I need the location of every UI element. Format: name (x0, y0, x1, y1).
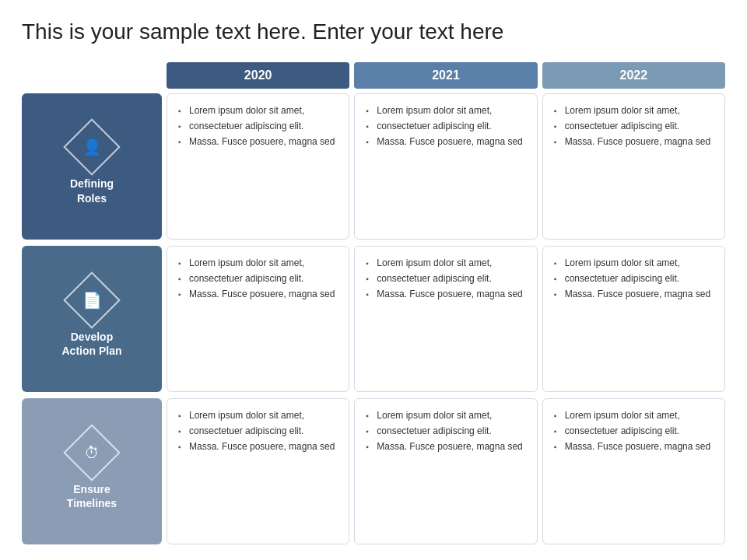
list-item: Lorem ipsum dolor sit amet, (366, 408, 525, 422)
row-label-text: DefiningRoles (70, 177, 114, 205)
page-title: This is your sample text here. Enter you… (22, 19, 725, 45)
list-item: Massa. Fusce posuere, magna sed (554, 287, 714, 301)
list-item: Lorem ipsum dolor sit amet, (178, 256, 338, 270)
list-item: consectetuer adipiscing elit. (554, 424, 714, 438)
list-item: Massa. Fusce posuere, magna sed (554, 439, 714, 453)
cell-row1-col0: Lorem ipsum dolor sit amet, consectetuer… (167, 246, 349, 392)
page: This is your sample text here. Enter you… (0, 0, 747, 560)
document-icon: 📄 (82, 291, 102, 310)
data-rows: 👤 DefiningRoles Lorem ipsum dolor sit am… (22, 93, 725, 544)
row-label-text: EnsureTimelines (67, 482, 117, 510)
list-item: Massa. Fusce posuere, magna sed (366, 135, 525, 149)
header-row: 2020 2021 2022 (22, 62, 725, 89)
list-item: consectetuer adipiscing elit. (554, 271, 714, 285)
year-header-2022: 2022 (542, 62, 725, 89)
list-item: consectetuer adipiscing elit. (178, 424, 338, 438)
cell-row0-col1: Lorem ipsum dolor sit amet, consectetuer… (354, 93, 537, 240)
cell-row1-col1: Lorem ipsum dolor sit amet, consectetuer… (354, 246, 537, 392)
list-item: Lorem ipsum dolor sit amet, (178, 103, 338, 117)
main-table: 2020 2021 2022 👤 DefiningRoles (22, 62, 725, 544)
cell-row2-col0: Lorem ipsum dolor sit amet, consectetuer… (167, 398, 349, 544)
timer-icon: ⏱ (84, 443, 100, 461)
list-item: consectetuer adipiscing elit. (178, 271, 338, 285)
list-item: Massa. Fusce posuere, magna sed (178, 135, 338, 149)
list-item: consectetuer adipiscing elit. (366, 271, 525, 285)
cell-row1-col2: Lorem ipsum dolor sit amet, consectetuer… (542, 246, 725, 392)
list-item: Massa. Fusce posuere, magna sed (554, 135, 714, 149)
cell-row0-col2: Lorem ipsum dolor sit amet, consectetuer… (542, 93, 725, 240)
table-row: 👤 DefiningRoles Lorem ipsum dolor sit am… (22, 93, 725, 240)
diamond-icon: 👤 (63, 119, 121, 177)
cell-row2-col1: Lorem ipsum dolor sit amet, consectetuer… (354, 398, 537, 544)
list-item: Lorem ipsum dolor sit amet, (366, 256, 525, 270)
list-item: Lorem ipsum dolor sit amet, (554, 103, 714, 117)
year-header-2021: 2021 (354, 62, 537, 89)
list-item: consectetuer adipiscing elit. (554, 119, 714, 133)
cell-row0-col0: Lorem ipsum dolor sit amet, consectetuer… (167, 93, 349, 240)
list-item: consectetuer adipiscing elit. (366, 424, 525, 438)
list-item: Massa. Fusce posuere, magna sed (178, 287, 338, 301)
diamond-icon: 📄 (63, 271, 121, 329)
table-row: ⏱ EnsureTimelines Lorem ipsum dolor sit … (22, 398, 725, 544)
list-item: Massa. Fusce posuere, magna sed (366, 287, 525, 301)
row-label-defining-roles: 👤 DefiningRoles (22, 93, 162, 240)
list-item: consectetuer adipiscing elit. (366, 119, 525, 133)
table-row: 📄 DevelopAction Plan Lorem ipsum dolor s… (22, 246, 725, 392)
list-item: Massa. Fusce posuere, magna sed (366, 439, 525, 453)
cell-row2-col2: Lorem ipsum dolor sit amet, consectetuer… (542, 398, 725, 544)
row-label-develop-action-plan: 📄 DevelopAction Plan (22, 246, 162, 392)
diamond-icon: ⏱ (63, 424, 121, 481)
year-header-2020: 2020 (167, 62, 349, 89)
list-item: Lorem ipsum dolor sit amet, (554, 408, 714, 422)
roles-icon: 👤 (82, 138, 102, 156)
list-item: Lorem ipsum dolor sit amet, (554, 256, 714, 270)
list-item: Massa. Fusce posuere, magna sed (178, 439, 338, 453)
list-item: Lorem ipsum dolor sit amet, (366, 103, 525, 117)
header-spacer (22, 62, 162, 89)
list-item: consectetuer adipiscing elit. (178, 119, 338, 133)
list-item: Lorem ipsum dolor sit amet, (178, 408, 338, 422)
row-label-text: DevelopAction Plan (61, 330, 121, 358)
row-label-ensure-timelines: ⏱ EnsureTimelines (22, 398, 162, 544)
